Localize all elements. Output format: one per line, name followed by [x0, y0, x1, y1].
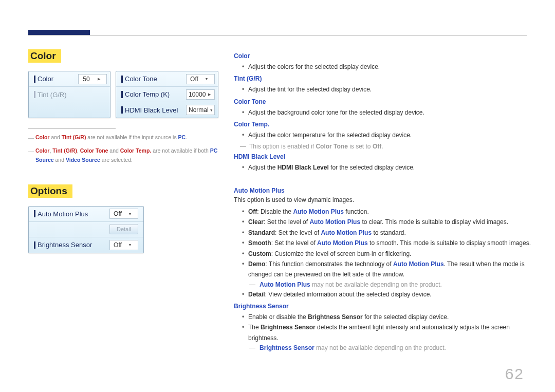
list-item: The Brightness Sensor detects the ambien…: [235, 322, 534, 343]
color-temp-field[interactable]: 10000: [186, 89, 215, 100]
color-label: Color: [38, 75, 78, 83]
footnote-term: Video Source: [66, 157, 100, 163]
caret-right-icon: [207, 92, 212, 97]
left-column: Color Color 50 Tint (G/R) Color Tone Off: [28, 49, 218, 352]
list-item: Custom: Customize the level of screen bu…: [235, 249, 534, 259]
caret-down-icon: [124, 212, 136, 216]
header-divider: [28, 35, 527, 35]
list-item: Detail: View detailed information about …: [235, 289, 534, 300]
indicator-bar-icon: [34, 76, 35, 83]
indicator-bar-icon: [34, 210, 35, 217]
list-item: Adjust the colors for the selected displ…: [235, 62, 534, 72]
right-column: Color Adjust the colors for the selected…: [234, 49, 534, 352]
list-item: Enable or disable the Brightness Sensor …: [235, 312, 534, 322]
footnote-term: Color Temp.: [120, 147, 151, 154]
color-value-field[interactable]: 50: [78, 74, 107, 84]
color-panel: Color 50 Tint (G/R) Color Tone Off Color…: [28, 71, 218, 118]
color-row[interactable]: Color 50: [29, 71, 110, 87]
brightness-sensor-select[interactable]: Off: [109, 240, 138, 250]
amp-intro: This option is used to view dynamic imag…: [234, 196, 534, 203]
tint-row: Tint (G/R): [29, 87, 110, 102]
list-item: Adjust the tint for the selected display…: [235, 84, 534, 95]
header-tab: [28, 30, 90, 35]
footnote-term: PC: [178, 134, 186, 140]
list-item: Demo: This function demonstrates the tec…: [235, 259, 534, 280]
list-item: Smooth: Set the level of Auto Motion Plu…: [235, 238, 534, 248]
tint-label: Tint (G/R): [38, 91, 110, 99]
list-item: Standard: Set the level of Auto Motion P…: [235, 228, 534, 238]
section-title-color: Color: [28, 49, 61, 63]
color-tone-label: Color Tone: [125, 75, 186, 83]
indicator-bar-icon: [121, 106, 123, 114]
color-temp-value: 10000: [189, 91, 206, 98]
caret-down-icon: [210, 108, 213, 112]
auto-motion-plus-label: Auto Motion Plus: [38, 210, 109, 218]
color-temp-row[interactable]: Color Temp (K) 10000: [116, 87, 218, 102]
heading-brightness-sensor: Brightness Sensor: [234, 303, 534, 310]
color-value: 50: [81, 76, 92, 83]
options-panel: Auto Motion Plus Off Detail Brightness S…: [28, 206, 218, 253]
footnote-1: ― Color and Tint (G/R) are not available…: [28, 133, 218, 142]
heading-hdmi: HDMI Black Level: [234, 153, 534, 160]
brightness-sensor-label: Brightness Sensor: [38, 241, 109, 249]
color-temp-label: Color Temp (K): [125, 90, 186, 98]
caret-down-icon: [201, 77, 212, 81]
footnote-term: Color: [35, 134, 49, 140]
brightness-sensor-row[interactable]: Brightness Sensor Off: [29, 237, 143, 253]
footnote-rule: [28, 128, 116, 129]
footnote-2: ― Color, Tint (G/R), Color Tone and Colo…: [28, 146, 218, 165]
indicator-bar-icon: [121, 91, 123, 98]
options-panel-box: Auto Motion Plus Off Detail Brightness S…: [28, 206, 144, 253]
list-item: Off: Disable the Auto Motion Plus functi…: [235, 207, 534, 217]
detail-button[interactable]: Detail: [109, 224, 138, 234]
footnote-term: Color: [35, 147, 49, 154]
indicator-bar-icon: [121, 76, 123, 83]
detail-button-row: Detail: [29, 222, 143, 237]
hdmi-value: Normal: [189, 106, 209, 114]
note-line: ―Auto Motion Plus may not be available d…: [249, 281, 534, 288]
indicator-bar-icon: [34, 241, 35, 249]
footnote-term: Tint (G/R): [52, 147, 77, 154]
heading-tint: Tint (G/R): [234, 75, 534, 82]
hdmi-black-level-row[interactable]: HDMI Black Level Normal: [116, 102, 218, 118]
main-columns: Color Color 50 Tint (G/R) Color Tone Off: [28, 49, 534, 352]
list-item: Adjust the color temperature for the sel…: [235, 130, 534, 140]
list-item: Adjust the background color tone for the…: [235, 107, 534, 118]
note-line: ―Brightness Sensor may not be available …: [249, 344, 534, 351]
heading-color-tone: Color Tone: [234, 98, 534, 105]
caret-right-icon: [93, 77, 104, 81]
heading-color-temp: Color Temp.: [234, 121, 534, 128]
list-item: Clear: Set the level of Auto Motion Plus…: [235, 217, 534, 227]
page-number: 62: [505, 365, 524, 383]
heading-color: Color: [234, 52, 534, 60]
color-panel-left: Color 50 Tint (G/R): [28, 71, 110, 118]
color-tone-row[interactable]: Color Tone Off: [116, 71, 218, 87]
note-line: ―This option is enabled if Color Tone is…: [240, 143, 534, 150]
amp-value: Off: [112, 210, 123, 217]
heading-auto-motion-plus: Auto Motion Plus: [234, 187, 534, 194]
auto-motion-plus-row[interactable]: Auto Motion Plus Off: [29, 207, 143, 222]
hdmi-black-level-select[interactable]: Normal: [186, 105, 215, 115]
color-tone-value: Off: [189, 76, 200, 83]
color-panel-right: Color Tone Off Color Temp (K) 10000 HDMI…: [116, 71, 218, 118]
bs-value: Off: [112, 241, 123, 249]
section-title-options: Options: [28, 184, 72, 198]
list-item: Adjust the HDMI Black Level for the sele…: [235, 162, 534, 173]
hdmi-black-level-label: HDMI Black Level: [125, 106, 186, 114]
caret-down-icon: [124, 243, 136, 247]
auto-motion-plus-select[interactable]: Off: [109, 209, 138, 219]
footnote-term: Tint (G/R): [62, 134, 86, 140]
footnote-term: Color Tone: [80, 147, 108, 154]
indicator-bar-icon: [34, 91, 35, 98]
color-tone-select[interactable]: Off: [186, 74, 215, 84]
